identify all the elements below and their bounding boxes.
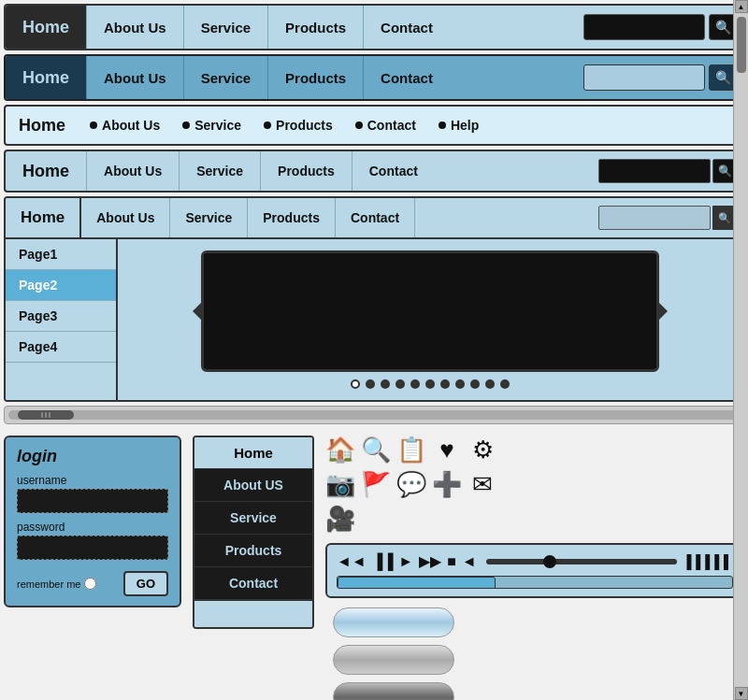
slider-dot-6[interactable] [440, 379, 450, 389]
list-icon[interactable]: 📋 [396, 436, 426, 464]
slider-dot-7[interactable] [455, 379, 465, 389]
navbar-4: Home About Us Service Products Contact 🔍 [4, 150, 744, 193]
slider-dot-2[interactable] [381, 379, 390, 389]
scrollbar-thumb[interactable] [18, 410, 74, 420]
nav2-search-input[interactable] [583, 64, 705, 91]
flag-icon[interactable]: 🚩 [361, 470, 391, 499]
remember-radio[interactable] [84, 578, 96, 590]
nav2-item-contact[interactable]: Contact [363, 56, 450, 99]
mail-icon[interactable]: ✉ [468, 470, 497, 499]
nav5-item-about[interactable]: About Us [81, 198, 170, 237]
go-button[interactable]: GO [123, 571, 168, 596]
player-thumb[interactable] [543, 555, 556, 568]
vnav-item-contact[interactable]: Contact [194, 567, 312, 600]
player-stop-btn[interactable]: ■ [447, 553, 456, 570]
nav4-item-about[interactable]: About Us [86, 151, 179, 191]
nav4-home[interactable]: Home [6, 151, 86, 191]
nav1-item-products[interactable]: Products [267, 6, 363, 49]
nav4-search-area: 🔍 [593, 151, 742, 191]
section-5: Home About Us Service Products Contact 🔍… [4, 196, 744, 402]
nav5-item-products[interactable]: Products [248, 198, 336, 237]
vertical-nav: Home About US Service Products Contact 🔍 [193, 436, 314, 629]
nav4-search-input[interactable] [598, 159, 711, 183]
home-icon[interactable]: 🏠 [325, 436, 355, 464]
username-input[interactable] [17, 489, 168, 513]
thumb-line [49, 412, 50, 418]
nav2-item-products[interactable]: Products [267, 56, 363, 99]
search-icon[interactable]: 🔍 [361, 436, 391, 464]
nav1-home[interactable]: Home [6, 6, 86, 49]
progress-bar [338, 577, 496, 589]
slider-box[interactable] [201, 250, 659, 372]
nav1-item-contact[interactable]: Contact [363, 6, 450, 49]
player-vol-btn[interactable]: ◄ [462, 553, 477, 570]
player-next-btn[interactable]: ► [398, 553, 413, 570]
add-icon[interactable]: ➕ [432, 470, 462, 499]
media-player: ◄◄ ▐▐ ► ▶▶ ■ ◄ ▌▌▌▌▌ [325, 543, 744, 598]
nav4-item-service[interactable]: Service [179, 151, 260, 191]
player-pause-btn[interactable]: ▐▐ [372, 553, 394, 570]
login-bottom: remember me GO [17, 571, 168, 596]
button-sample-2[interactable] [333, 645, 454, 675]
sidebar-item-page3[interactable]: Page3 [6, 301, 116, 332]
video-icon[interactable]: 🎥 [325, 505, 355, 534]
vnav-item-products[interactable]: Products [194, 535, 312, 567]
navbar-2: Home About Us Service Products Contact 🔍 [4, 54, 744, 101]
player-prev-btn[interactable]: ◄◄ [337, 553, 367, 570]
nav2-item-about[interactable]: About Us [86, 56, 183, 99]
slider-dot-4[interactable] [410, 379, 420, 389]
vnav-search-input[interactable] [194, 601, 314, 627]
nav1-item-service[interactable]: Service [183, 6, 267, 49]
nav1-search-input[interactable] [583, 14, 705, 40]
nav4-item-contact[interactable]: Contact [352, 151, 435, 191]
scroll-up-btn[interactable]: ▲ [735, 0, 748, 13]
player-fwd-btn[interactable]: ▶▶ [419, 552, 441, 570]
nav3-item-service[interactable]: Service [171, 118, 252, 133]
nav2-item-service[interactable]: Service [183, 56, 267, 99]
heart-icon[interactable]: ♥ [432, 436, 462, 464]
vnav-home[interactable]: Home [194, 437, 312, 469]
sidebar-item-page4[interactable]: Page4 [6, 332, 116, 363]
progress-track[interactable] [337, 576, 733, 589]
nav4-item-products[interactable]: Products [260, 151, 352, 191]
sidebar-item-page2[interactable]: Page2 [6, 270, 116, 301]
vnav-item-service[interactable]: Service [194, 502, 312, 535]
right-scrollbar[interactable]: ▲ ▼ [733, 0, 748, 700]
password-input[interactable] [17, 536, 168, 560]
nav5-home[interactable]: Home [6, 198, 81, 237]
button-sample-3[interactable] [333, 682, 454, 700]
nav1-item-about[interactable]: About Us [86, 6, 183, 49]
nav5-search-input[interactable] [598, 206, 711, 230]
scroll-down-btn[interactable]: ▼ [735, 687, 748, 700]
slider-dot-5[interactable] [425, 379, 435, 389]
chat-icon[interactable]: 💬 [396, 470, 426, 499]
nav2-home[interactable]: Home [6, 56, 86, 99]
navbar-1: Home About Us Service Products Contact 🔍 [4, 4, 744, 50]
username-label: username [17, 474, 168, 487]
player-track[interactable] [486, 559, 678, 564]
camera-icon[interactable]: 📷 [325, 470, 355, 499]
vnav-item-about[interactable]: About US [194, 469, 312, 502]
nav3-item-contact[interactable]: Contact [344, 118, 427, 133]
dot-icon [439, 121, 446, 129]
button-sample-1[interactable] [333, 607, 454, 637]
slider-dot-9[interactable] [485, 379, 495, 389]
nav3-item-help[interactable]: Help [427, 118, 490, 133]
navbar-5: Home About Us Service Products Contact 🔍 [6, 198, 742, 239]
slider-dot-1[interactable] [366, 379, 375, 389]
nav3-item-about[interactable]: About Us [79, 118, 171, 133]
nav3-item-products[interactable]: Products [252, 118, 344, 133]
slider-dot-0[interactable] [351, 379, 360, 389]
sidebar-item-page1[interactable]: Page1 [6, 239, 116, 270]
scrollbar-track[interactable] [8, 410, 740, 420]
slider-dot-8[interactable] [470, 379, 480, 389]
nav3-home[interactable]: Home [13, 116, 79, 136]
gear-icon[interactable]: ⚙ [468, 436, 497, 464]
slider-dot-10[interactable] [500, 379, 510, 389]
nav5-item-contact[interactable]: Contact [336, 198, 415, 237]
slider-dot-3[interactable] [396, 379, 405, 389]
scroll-thumb-vertical[interactable] [737, 17, 746, 73]
player-controls: ◄◄ ▐▐ ► ▶▶ ■ ◄ ▌▌▌▌▌ [337, 552, 733, 570]
nav5-item-service[interactable]: Service [170, 198, 248, 237]
horizontal-scrollbar[interactable] [4, 406, 744, 424]
